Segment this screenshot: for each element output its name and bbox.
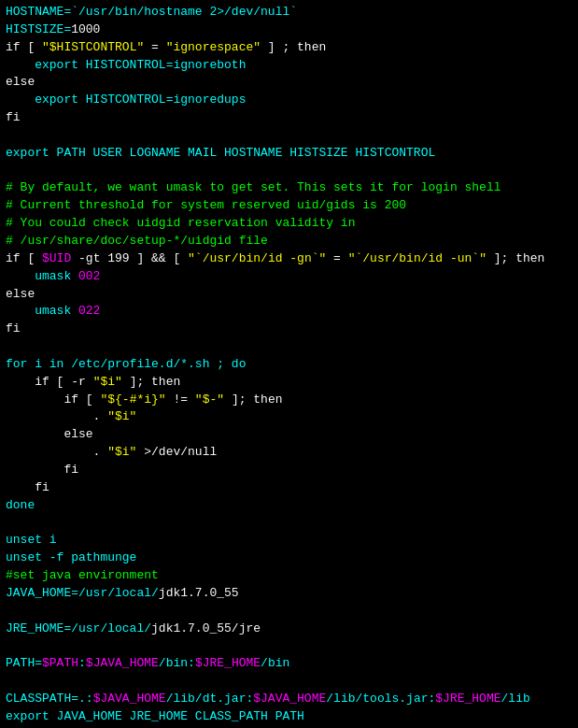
terminal-line: JAVA_HOME=/usr/local/jdk1.7.0_55: [6, 585, 572, 603]
terminal-line: export HISTCONTROL=ignoreboth: [6, 57, 572, 75]
terminal-line: export JAVA_HOME JRE_HOME CLASS_PATH PAT…: [6, 708, 572, 726]
terminal-line: export PATH USER LOGNAME MAIL HOSTNAME H…: [6, 145, 572, 163]
terminal-line: else: [6, 286, 572, 304]
terminal-line: [6, 163, 572, 180]
terminal-line: [6, 637, 572, 655]
terminal-line: if [ "$HISTCONTROL" = "ignorespace" ] ; …: [6, 39, 572, 57]
terminal-line: fi: [6, 109, 572, 127]
terminal-line: HOSTNAME=`/usr/bin/hostname 2>/dev/null`: [6, 4, 572, 21]
terminal-line: if [ $UID -gt 199 ] && [ "`/usr/bin/id -…: [6, 250, 572, 268]
terminal-line: export HISTCONTROL=ignoredups: [6, 92, 572, 109]
terminal-line: HISTSIZE=1000: [6, 21, 572, 39]
terminal-line: else: [6, 74, 572, 92]
terminal-line: if [ -r "$i" ]; then: [6, 374, 572, 392]
terminal-line: # Current threshold for system reserved …: [6, 197, 572, 215]
terminal-line: fi: [6, 462, 572, 479]
terminal-line: fi: [6, 321, 572, 338]
terminal-line: if [ "${-#*i}" != "$-" ]; then: [6, 392, 572, 409]
terminal-content: HOSTNAME=`/usr/bin/hostname 2>/dev/null`…: [6, 4, 572, 728]
terminal-line: umask 002: [6, 268, 572, 286]
terminal-line: [6, 603, 572, 621]
terminal-line: CLASSPATH=.:$JAVA_HOME/lib/dt.jar:$JAVA_…: [6, 691, 572, 708]
terminal-line: . "$i" >/dev/null: [6, 444, 572, 462]
terminal-line: for i in /etc/profile.d/*.sh ; do: [6, 356, 572, 374]
terminal-line: unset i: [6, 532, 572, 550]
terminal-line: done: [6, 497, 572, 515]
terminal-line: [6, 514, 572, 532]
terminal-line: else: [6, 426, 572, 444]
terminal-line: PATH=$PATH:$JAVA_HOME/bin:$JRE_HOME/bin: [6, 655, 572, 673]
terminal-line: # /usr/share/doc/setup-*/uidgid file: [6, 233, 572, 250]
terminal-window: HOSTNAME=`/usr/bin/hostname 2>/dev/null`…: [0, 0, 578, 728]
terminal-line: [6, 673, 572, 691]
terminal-line: JRE_HOME=/usr/local/jdk1.7.0_55/jre: [6, 621, 572, 638]
terminal-line: [6, 338, 572, 356]
terminal-line: umask 022: [6, 303, 572, 321]
terminal-line: . "$i": [6, 408, 572, 426]
terminal-line: unset -f pathmunge: [6, 550, 572, 567]
terminal-line: #set java environment: [6, 567, 572, 585]
terminal-line: fi: [6, 479, 572, 497]
terminal-line: # You could check uidgid reservation val…: [6, 215, 572, 233]
terminal-line: [6, 127, 572, 145]
terminal-line: # By default, we want umask to get set. …: [6, 179, 572, 197]
